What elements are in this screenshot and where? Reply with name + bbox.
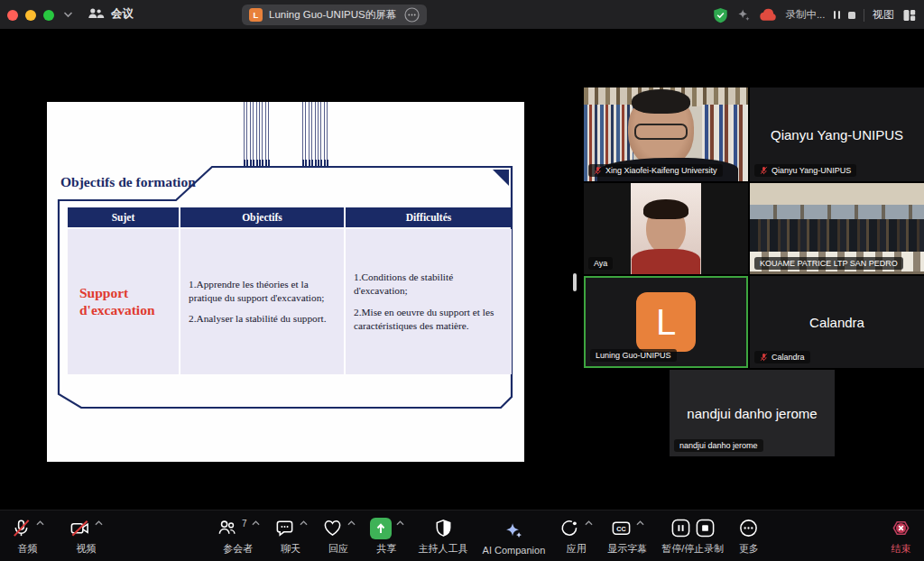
tab-avatar: L	[249, 8, 263, 22]
stop-recording-icon[interactable]	[848, 12, 855, 19]
captions-button[interactable]: CC 显示字幕	[607, 518, 647, 556]
tab-title: Luning Guo-UNIPUS的屏幕	[269, 8, 396, 22]
panel-resize-handle[interactable]	[573, 273, 577, 291]
end-meeting-icon	[891, 518, 911, 538]
table-header-sujet: Sujet	[68, 207, 180, 227]
heart-icon	[322, 518, 343, 538]
objectif-item: 1.Apprendre les théories et la pratique …	[189, 278, 336, 306]
apps-icon	[559, 518, 580, 538]
meeting-title-group: 会议	[87, 6, 134, 22]
chat-button[interactable]: 聊天	[274, 518, 308, 556]
close-window-button[interactable]	[7, 10, 18, 21]
slide-title: Objectifs de formation	[60, 174, 196, 190]
camera-muted-icon	[69, 518, 90, 538]
presentation-slide: Objectifs de formation Sujet Objectifs D…	[47, 102, 524, 462]
name-tag: nandjui danho jerome	[674, 439, 763, 452]
difficulte-item: 1.Conditions de stabilité d'excavation;	[354, 271, 504, 299]
minimize-window-button[interactable]	[25, 10, 36, 21]
view-button-label: 视图	[873, 7, 894, 23]
share-options-chevron[interactable]	[396, 520, 404, 526]
difficulte-item: 2.Mise en oeuvre du support et les carac…	[354, 306, 504, 334]
name-tag: Calandra	[754, 351, 810, 363]
ai-companion-button[interactable]: AI Companion	[483, 520, 546, 556]
course-table: Sujet Objectifs Difficultés Support d'ex…	[68, 207, 512, 374]
zoom-meeting-window: 会议 L Luning Guo-UNIPUS的屏幕 录制中...	[0, 0, 924, 561]
video-tile-luning-guo[interactable]: L Luning Guo-UNIPUS	[584, 276, 748, 368]
video-tile-nandjui[interactable]: nandjui danho jerome nandjui danho jerom…	[670, 370, 835, 456]
more-ellipsis-icon	[738, 518, 759, 538]
pause-recording-icon[interactable]	[670, 518, 691, 538]
video-button[interactable]: 视频	[69, 518, 103, 556]
participant-name: KOUAME PATRICE LTP SAN PEDRO	[760, 259, 898, 268]
name-tag: Qianyu Yang-UNIPUS	[754, 164, 856, 177]
tab-more-icon[interactable]	[404, 7, 420, 23]
video-tile-aya[interactable]: Aya	[584, 183, 748, 274]
participant-name: nandjui danho jerome	[679, 441, 758, 450]
share-screen-button[interactable]: 共享	[370, 518, 404, 556]
participants-button[interactable]: 7 参会者	[217, 518, 260, 556]
recording-cloud-icon	[759, 8, 777, 22]
muted-mic-icon	[760, 353, 768, 362]
apps-button[interactable]: 应用	[559, 518, 593, 556]
table-cell-difficultes: 1.Conditions de stabilité d'excavation; …	[346, 229, 512, 374]
participant-name: Luning Guo-UNIPUS	[596, 351, 671, 360]
audio-options-chevron[interactable]	[36, 520, 44, 526]
video-tile-qianyu-yang[interactable]: Qianyu Yang-UNIPUS Qianyu Yang-UNIPUS	[750, 87, 924, 181]
shared-screen-tab[interactable]: L Luning Guo-UNIPUS的屏幕	[242, 5, 427, 25]
chevron-down-icon[interactable]	[63, 11, 73, 18]
muted-mic-icon	[760, 166, 768, 175]
video-tile-kouame[interactable]: KOUAME PATRICE LTP SAN PEDRO	[750, 183, 924, 274]
muted-mic-icon	[594, 166, 602, 175]
host-tools-button[interactable]: 主持人工具	[419, 518, 468, 556]
table-header-objectifs: Objectifs	[180, 207, 346, 227]
table-header-row: Sujet Objectifs Difficultés	[68, 207, 512, 227]
objectif-item: 2.Analyser la stabilité du support.	[189, 312, 336, 326]
share-screen-icon	[370, 518, 392, 539]
participant-name: Aya	[594, 259, 607, 268]
view-layout-icon[interactable]	[902, 8, 917, 23]
chat-options-chevron[interactable]	[300, 520, 308, 526]
participants-options-chevron[interactable]	[252, 520, 260, 526]
shared-screen-area: Objectifs de formation Sujet Objectifs D…	[0, 30, 582, 561]
name-tag: Xing Xiaofei-Kaifeng University	[588, 164, 723, 177]
participants-video-panel: Xing Xiaofei-Kaifeng University Qianyu Y…	[584, 87, 924, 462]
table-cell-objectifs: 1.Apprendre les théories et la pratique …	[180, 229, 346, 374]
participant-name: Qianyu Yang-UNIPUS	[772, 166, 851, 175]
table-header-difficultes: Difficultés	[346, 207, 512, 227]
table-body-row: Support d'excavation 1.Apprendre les thé…	[68, 229, 512, 374]
titlebar: 会议 L Luning Guo-UNIPUS的屏幕 录制中...	[0, 0, 924, 30]
table-cell-sujet: Support d'excavation	[68, 229, 180, 374]
sujet-value: Support d'excavation	[79, 285, 179, 318]
chat-icon	[274, 518, 295, 538]
stop-recording-icon[interactable]	[695, 518, 716, 538]
microphone-muted-icon	[11, 518, 32, 538]
captions-options-chevron[interactable]	[636, 520, 644, 526]
name-tag: Luning Guo-UNIPUS	[590, 349, 677, 362]
video-options-chevron[interactable]	[95, 520, 103, 526]
more-button[interactable]: 更多	[738, 518, 759, 556]
participants-count: 7	[242, 519, 247, 529]
audio-button[interactable]: 音频	[11, 518, 44, 556]
separator	[864, 9, 864, 22]
end-meeting-button[interactable]: 结束	[891, 518, 911, 556]
host-tools-shield-icon	[433, 518, 454, 538]
meeting-label: 会议	[111, 6, 134, 22]
name-tag: Aya	[588, 257, 613, 270]
avatar: L	[636, 292, 696, 352]
reactions-options-chevron[interactable]	[347, 520, 356, 526]
video-tile-xing-xiaofei[interactable]: Xing Xiaofei-Kaifeng University	[584, 87, 748, 181]
apps-options-chevron[interactable]	[585, 520, 593, 526]
ai-sparkle-icon[interactable]	[736, 8, 751, 23]
ai-companion-sparkle-icon	[504, 520, 524, 541]
closed-captions-icon: CC	[611, 518, 632, 538]
meeting-people-icon	[87, 6, 105, 22]
recording-status: 录制中...	[785, 8, 825, 22]
svg-text:CC: CC	[616, 526, 625, 533]
security-shield-icon[interactable]	[713, 7, 728, 23]
fullscreen-window-button[interactable]	[43, 10, 54, 21]
participant-name: Calandra	[772, 353, 805, 362]
video-tile-calandra[interactable]: Calandra Calandra	[750, 276, 924, 368]
pause-recording-icon[interactable]	[834, 11, 841, 19]
reactions-button[interactable]: 回应	[322, 518, 356, 556]
recording-controls-button[interactable]: 暂停/停止录制	[661, 518, 724, 556]
